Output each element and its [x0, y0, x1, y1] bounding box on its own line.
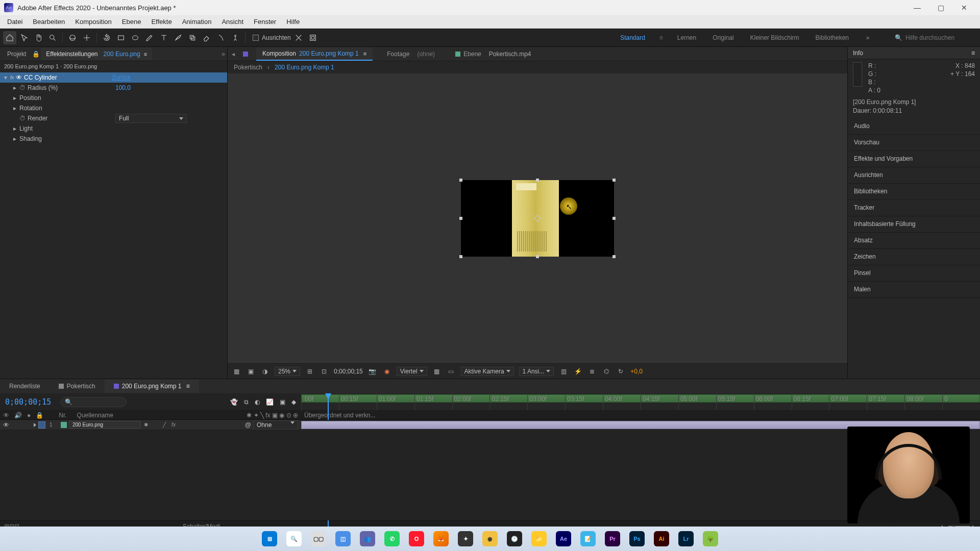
panel-bibliotheken[interactable]: Bibliotheken — [848, 184, 980, 200]
ws-more-icon[interactable]: » — [863, 34, 872, 41]
resize-handle[interactable] — [459, 255, 462, 258]
menu-ansicht[interactable]: Ansicht — [216, 16, 249, 28]
zoom-tool[interactable] — [46, 31, 59, 44]
time-tick[interactable]: 0 — [942, 393, 980, 410]
panel-menu-icon[interactable]: ≡ — [971, 49, 975, 57]
camera-dropdown[interactable]: Aktive Kamera — [461, 367, 514, 376]
prop-rotation[interactable]: ▸Rotation — [0, 103, 227, 113]
solo-toggle-icon[interactable]: ● — [27, 412, 31, 419]
help-search[interactable]: 🔍 — [895, 34, 977, 41]
layer-color-swatch[interactable] — [38, 421, 45, 429]
parent-dropdown[interactable]: Ohne — [253, 420, 298, 430]
brush-tool[interactable] — [172, 31, 185, 44]
time-tick[interactable]: 06:00f — [754, 393, 792, 410]
channel-icon[interactable]: ▣ — [246, 367, 255, 376]
orbit-tool[interactable] — [66, 31, 79, 44]
taskbar-search[interactable]: 🔍 — [283, 529, 305, 549]
ellipse-tool[interactable] — [129, 31, 142, 44]
av-toggle-icon[interactable]: 👁 — [3, 412, 9, 419]
menu-hilfe[interactable]: Hilfe — [281, 16, 305, 28]
exposure-value[interactable]: +0,0 — [630, 368, 643, 375]
time-tick[interactable]: 03:00f — [527, 393, 565, 410]
time-tick[interactable]: 04:00f — [603, 393, 641, 410]
current-time[interactable]: 0;00;00;15 — [5, 397, 51, 407]
alpha-icon[interactable]: ▦ — [232, 367, 241, 376]
zoom-dropdown[interactable]: 25% — [275, 367, 300, 376]
composition-frame[interactable]: ↖ — [461, 180, 614, 257]
help-search-input[interactable] — [905, 34, 977, 41]
time-tick[interactable]: 01:00f — [377, 393, 414, 410]
ws-bibliotheken[interactable]: Bibliotheken — [814, 31, 851, 44]
panel-pinsel[interactable]: Pinsel — [848, 265, 980, 282]
puppet-tool[interactable] — [229, 31, 242, 44]
transparency-grid-icon[interactable]: ▦ — [432, 367, 442, 376]
stopwatch-icon[interactable]: ⏱ — [19, 84, 26, 91]
taskbar-firefox[interactable]: 🦊 — [430, 529, 452, 549]
mask-icon[interactable]: ◑ — [260, 367, 270, 376]
resize-handle[interactable] — [612, 179, 616, 182]
prop-light[interactable]: ▸Light — [0, 123, 227, 134]
menu-datei[interactable]: Datei — [2, 16, 28, 28]
prop-radius[interactable]: ▸⏱ Radius (%) 100,0 — [0, 83, 227, 93]
tab-composition[interactable]: Komposition200 Euro.png Komp 1 ≡ — [256, 47, 373, 61]
snap-checkbox[interactable]: Ausrichten — [253, 34, 291, 41]
resize-handle[interactable] — [459, 179, 462, 182]
nav-back[interactable]: Pokertisch — [234, 64, 262, 71]
time-tick[interactable]: :00f — [301, 393, 339, 410]
taskbar-teams[interactable]: 👥 — [356, 529, 379, 549]
menu-ebene[interactable]: Ebene — [117, 16, 146, 28]
lock-toggle-icon[interactable]: 🔒 — [36, 412, 43, 419]
close-button[interactable]: ✕ — [952, 0, 976, 15]
prop-render[interactable]: ⏱ Render Full — [0, 113, 227, 123]
snap-options-icon[interactable] — [292, 31, 305, 44]
nav-current[interactable]: 200 Euro.png Komp 1 — [275, 64, 334, 71]
viewer-canvas[interactable]: ↖ — [228, 73, 847, 363]
taskbar-opera[interactable]: O — [405, 529, 428, 549]
taskbar-app-18[interactable]: 🌳 — [699, 529, 722, 549]
pan-behind-tool[interactable] — [80, 31, 93, 44]
effect-cc-cylinder[interactable]: ▾fx👁 CC Cylinder Zurück — [0, 72, 227, 83]
tab-footage[interactable]: Footage (ohne) — [381, 48, 441, 60]
flowchart-icon[interactable]: ⌬ — [602, 367, 611, 376]
render-dropdown[interactable]: Full — [115, 114, 187, 123]
layer-name[interactable]: 200 Euro.png — [69, 421, 140, 429]
time-tick[interactable]: 05:00f — [678, 393, 716, 410]
effect-visibility-icon[interactable]: 👁 — [16, 74, 22, 81]
chevron-left-icon[interactable]: ‹ — [267, 64, 270, 71]
time-tick[interactable]: 02:15f — [489, 393, 527, 410]
layer-visibility-icon[interactable]: 👁 — [3, 421, 9, 429]
layer-row-1[interactable]: 👁 1 200 Euro.png ✱╱fx @ Ohne — [0, 420, 301, 430]
panel-tracker[interactable]: Tracker — [848, 200, 980, 216]
panel-overflow-icon[interactable]: » — [222, 51, 225, 58]
menu-effekte[interactable]: Effekte — [146, 16, 177, 28]
res-full-icon[interactable]: ⊞ — [305, 367, 314, 376]
color-mgmt-icon[interactable]: ◉ — [382, 367, 391, 376]
time-tick[interactable]: 06:15f — [792, 393, 829, 410]
tab-layer[interactable]: Ebene Pokertisch.mp4 — [449, 48, 537, 60]
resize-handle[interactable] — [612, 217, 616, 220]
rectangle-tool[interactable] — [114, 31, 128, 44]
panel-effekte[interactable]: Effekte und Vorgaben — [848, 151, 980, 167]
pixel-aspect-icon[interactable]: ▥ — [559, 367, 568, 376]
tab-200euro-komp[interactable]: 200 Euro.png Komp 1 ≡ — [105, 380, 199, 393]
ws-lernen[interactable]: Lernen — [675, 31, 698, 44]
resize-handle[interactable] — [536, 179, 539, 182]
panel-absatz[interactable]: Absatz — [848, 233, 980, 249]
menu-animation[interactable]: Animation — [177, 16, 217, 28]
views-dropdown[interactable]: 1 Ansi... — [519, 367, 554, 376]
fast-preview-icon[interactable]: ⚡ — [573, 367, 582, 376]
draft3d-icon[interactable]: ▣ — [280, 398, 285, 406]
taskbar-after-effects[interactable]: Ae — [552, 529, 575, 549]
ws-original[interactable]: Original — [710, 31, 736, 44]
clone-tool[interactable] — [186, 31, 199, 44]
menu-bearbeiten[interactable]: Bearbeiten — [28, 16, 70, 28]
radius-value[interactable]: 100,0 — [115, 84, 131, 91]
panel-ausrichten[interactable]: Ausrichten — [848, 167, 980, 184]
hand-tool[interactable] — [32, 31, 45, 44]
motion-blur-icon[interactable]: ◐ — [255, 398, 260, 406]
time-tick[interactable]: 05:15f — [716, 393, 754, 410]
timeline-icon[interactable]: ≣ — [587, 367, 597, 376]
reset-exposure-icon[interactable]: ↻ — [616, 367, 625, 376]
home-tool[interactable] — [3, 31, 16, 44]
menu-komposition[interactable]: Komposition — [70, 16, 117, 28]
